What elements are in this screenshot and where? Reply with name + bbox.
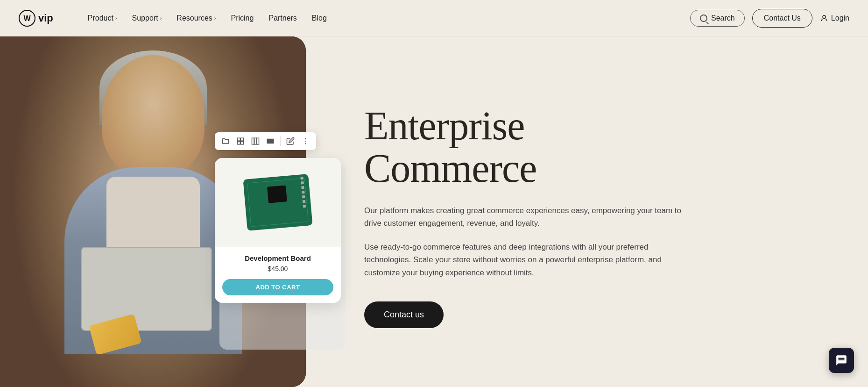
search-button[interactable]: Search [690,10,745,27]
arduino-pin [301,186,304,189]
svg-rect-4 [241,138,244,141]
contact-us-cta-button[interactable]: Contact us [364,301,444,328]
arduino-pin [303,205,306,208]
chat-icon [835,354,847,366]
grid-3-icon[interactable] [250,136,261,146]
product-name: Development Board [222,254,333,262]
svg-point-11 [305,138,306,139]
arduino-pin [300,177,303,180]
product-card-body: Development Board $45.00 ADD TO CART [215,247,341,303]
svg-rect-9 [257,138,259,144]
grid-2-icon[interactable] [235,136,246,146]
arduino-pin [302,191,305,194]
search-icon [700,14,707,22]
svg-rect-8 [254,138,257,144]
hero-left: Development Board $45.00 ADD TO CART [0,36,318,387]
nav-item-resources[interactable]: Resources › [170,10,222,26]
nav-item-partners[interactable]: Partners [262,10,303,26]
product-card-overlay: Development Board $45.00 ADD TO CART [215,158,341,303]
chevron-right-icon: › [160,15,162,21]
svg-point-12 [305,141,306,142]
arduino-pin [303,200,306,203]
svg-rect-3 [237,138,240,141]
svg-text:W: W [23,14,31,22]
arduino-pin [301,181,304,185]
logo-text: vip [38,12,53,24]
toolbar-divider [280,136,281,146]
product-price: $45.00 [222,265,333,272]
chevron-right-icon: › [214,15,216,21]
product-image [215,158,341,247]
hero-right: Enterprise Commerce Our platform makes c… [318,36,868,387]
arduino-chip [267,185,287,203]
user-icon [820,14,828,22]
arduino-pins [300,177,309,215]
nav-item-pricing[interactable]: Pricing [224,10,260,26]
arduino-board-image [243,174,312,231]
photo-face [102,55,205,177]
more-options-icon[interactable] [300,136,311,146]
svg-rect-10 [267,139,274,144]
nav-item-support[interactable]: Support › [126,10,169,26]
hero-subtitle: Our platform makes creating great commer… [364,204,682,229]
nav-item-blog[interactable]: Blog [305,10,333,26]
nav-links: Product › Support › Resources › Pricing … [81,10,690,26]
photo-laptop [81,247,212,331]
nav-item-product[interactable]: Product › [81,10,124,26]
svg-point-13 [305,143,306,144]
login-button[interactable]: Login [820,14,849,22]
navigation: W vip Product › Support › Resources › Pr… [0,0,868,36]
hero-section: Development Board $45.00 ADD TO CART Ent… [0,36,868,387]
svg-rect-6 [241,142,244,144]
hero-description: Use ready-to-go commerce features and de… [364,241,682,279]
arduino-pin [302,195,305,199]
chat-widget-button[interactable] [829,348,854,373]
add-to-cart-button[interactable]: ADD TO CART [222,279,333,295]
logo[interactable]: W vip [19,10,53,27]
pencil-icon[interactable] [285,136,296,146]
folder-icon[interactable] [220,136,231,146]
product-card: Development Board $45.00 ADD TO CART [215,158,341,303]
hero-title: Enterprise Commerce [364,105,831,189]
chevron-right-icon: › [115,15,117,21]
wordpress-icon: W [19,10,35,27]
svg-rect-5 [237,142,240,144]
nav-right: Search Contact Us Login [690,9,849,28]
svg-rect-7 [252,138,254,144]
svg-point-2 [823,15,826,18]
contact-us-nav-button[interactable]: Contact Us [752,9,812,28]
square-full-icon[interactable] [265,136,275,146]
block-toolbar [215,132,316,150]
